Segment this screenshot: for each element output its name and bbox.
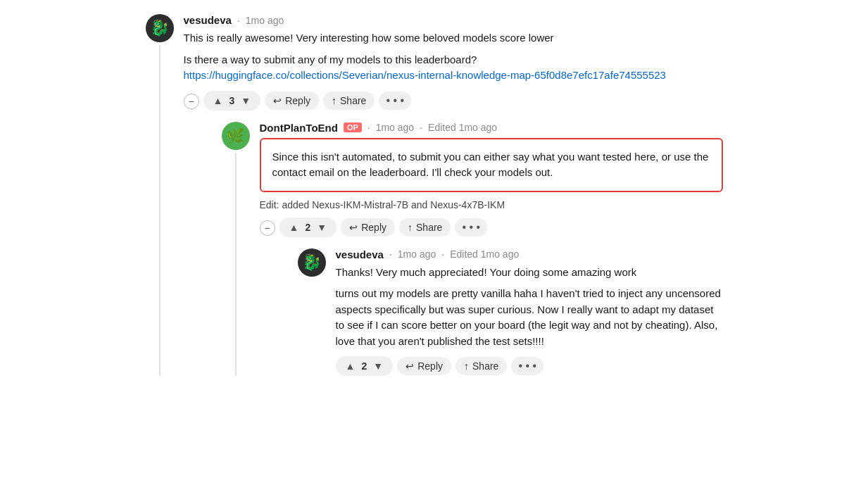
action-bar-1: − ▲ 3 ▼ ↩ Reply ↑ Share xyxy=(184,91,723,111)
comment-header-3: vesudeva · 1mo ago · Edited 1mo ago xyxy=(336,249,723,260)
downvote-btn-2[interactable]: ▼ xyxy=(314,220,329,234)
vote-count-2: 2 xyxy=(304,222,311,233)
comment-body-3: vesudeva · 1mo ago · Edited 1mo ago Than… xyxy=(336,249,723,377)
timestamp-3: 1mo ago xyxy=(398,249,436,260)
share-icon-2: ↑ xyxy=(408,222,413,233)
more-icon-1: • • • xyxy=(386,94,404,106)
highlight-box: Since this isn't automated, to submit yo… xyxy=(260,138,723,192)
downvote-icon-2: ▼ xyxy=(317,222,327,233)
edited-3: Edited 1mo ago xyxy=(450,249,519,260)
avatar-vesudeva-2: 🐉 xyxy=(298,249,326,277)
comment-line-1b: Is there a way to submit any of my model… xyxy=(184,52,723,84)
avatar-dontplan: 🌿 xyxy=(222,122,250,150)
reply-btn-2[interactable]: ↩ Reply xyxy=(341,218,395,237)
upvote-btn-3[interactable]: ▲ xyxy=(343,359,358,373)
minus-icon-1: − xyxy=(188,96,194,107)
vote-count-3: 2 xyxy=(360,360,367,372)
upvote-btn-1[interactable]: ▲ xyxy=(210,94,226,108)
reply-icon-3: ↩ xyxy=(405,360,414,372)
nested-inner-2: 🌿 DontPlanToEnd OP · 1mo ago · Edited 1m… xyxy=(222,122,723,377)
thread-line-1 xyxy=(159,45,161,376)
reply-icon-2: ↩ xyxy=(349,222,358,233)
minus-icon-2: − xyxy=(264,222,270,234)
vote-count-1: 3 xyxy=(228,95,235,106)
reply-btn-3[interactable]: ↩ Reply xyxy=(397,357,451,375)
collapse-btn-2[interactable]: − xyxy=(260,220,275,236)
more-icon-2: • • • xyxy=(462,221,480,233)
share-icon-1: ↑ xyxy=(332,95,336,106)
comment-text-3: Thanks! Very much appreciated! Your doin… xyxy=(336,265,723,350)
share-btn-2[interactable]: ↑ Share xyxy=(399,218,451,237)
username-3: vesudeva xyxy=(336,249,384,260)
vote-group-2: ▲ 2 ▼ xyxy=(279,218,337,237)
comment-thread: 🐉 vesudeva · 1mo ago This is really awes… xyxy=(118,14,751,376)
reply-btn-1[interactable]: ↩ Reply xyxy=(265,92,319,110)
username-2: DontPlanToEnd xyxy=(260,122,338,134)
dot-sep-1: · xyxy=(237,15,240,26)
downvote-btn-3[interactable]: ▼ xyxy=(370,359,386,373)
comment-text-1: This is really awesome! Very interesting… xyxy=(184,30,723,84)
comment-body-1: vesudeva · 1mo ago This is really awesom… xyxy=(184,14,723,376)
upvote-icon-1: ▲ xyxy=(213,95,223,106)
nested-comment-2: 🌿 DontPlanToEnd OP · 1mo ago · Edited 1m… xyxy=(222,122,723,377)
downvote-icon-1: ▼ xyxy=(241,95,251,106)
comment-line-3b: turns out my models are pretty vanilla h… xyxy=(336,286,723,349)
reply-icon-1: ↩ xyxy=(273,95,282,106)
op-badge: OP xyxy=(344,122,362,132)
line-col-3: 🐉 xyxy=(298,249,326,377)
comment-top: 🐉 vesudeva · 1mo ago This is really awes… xyxy=(146,14,723,376)
comment-header-1: vesudeva · 1mo ago xyxy=(184,14,723,26)
comment-body-2: DontPlanToEnd OP · 1mo ago · Edited 1mo … xyxy=(260,122,723,377)
upvote-btn-2[interactable]: ▲ xyxy=(287,220,302,234)
deep-nested-comment-3: 🐉 vesudeva · 1mo ago · Edit xyxy=(298,249,723,377)
downvote-icon-3: ▼ xyxy=(373,360,383,372)
share-icon-3: ↑ xyxy=(464,360,469,372)
edit-text: Edit: added Nexus-IKM-Mistral-7B and Nex… xyxy=(260,199,723,210)
upvote-icon-2: ▲ xyxy=(289,222,299,233)
upvote-icon-3: ▲ xyxy=(346,360,356,372)
comment-link-1[interactable]: https://huggingface.co/collections/Sever… xyxy=(184,69,666,81)
more-btn-2[interactable]: • • • xyxy=(455,218,487,237)
more-icon-3: • • • xyxy=(518,360,536,372)
more-btn-3[interactable]: • • • xyxy=(511,357,543,375)
username-1: vesudeva xyxy=(184,14,232,26)
more-btn-1[interactable]: • • • xyxy=(379,92,411,110)
vote-group-1: ▲ 3 ▼ xyxy=(203,91,261,111)
highlighted-text: Since this isn't automated, to submit yo… xyxy=(272,149,710,181)
action-bar-3: ▲ 2 ▼ ↩ xyxy=(336,356,723,376)
edited-2: Edited 1mo ago xyxy=(428,122,497,133)
thread-line-2 xyxy=(235,153,237,377)
timestamp-1: 1mo ago xyxy=(246,15,284,26)
collapse-btn-1[interactable]: − xyxy=(184,94,199,109)
share-btn-1[interactable]: ↑ Share xyxy=(323,92,375,110)
avatar-vesudeva-1: 🐉 xyxy=(146,14,174,42)
timestamp-2: 1mo ago xyxy=(376,122,414,133)
comment-header-2: DontPlanToEnd OP · 1mo ago · Edited 1mo … xyxy=(260,122,723,134)
comment-line-3a: Thanks! Very much appreciated! Your doin… xyxy=(336,265,723,281)
vote-group-3: ▲ 2 ▼ xyxy=(336,356,394,376)
comment-line-1a: This is really awesome! Very interesting… xyxy=(184,30,723,46)
share-btn-3[interactable]: ↑ Share xyxy=(455,357,507,375)
action-bar-2: − ▲ 2 ▼ xyxy=(260,218,723,237)
downvote-btn-1[interactable]: ▼ xyxy=(238,94,253,108)
deep-nested-inner-3: 🐉 vesudeva · 1mo ago · Edit xyxy=(298,249,723,377)
line-col-2: 🌿 xyxy=(222,122,250,377)
line-col-1: 🐉 xyxy=(146,14,174,376)
